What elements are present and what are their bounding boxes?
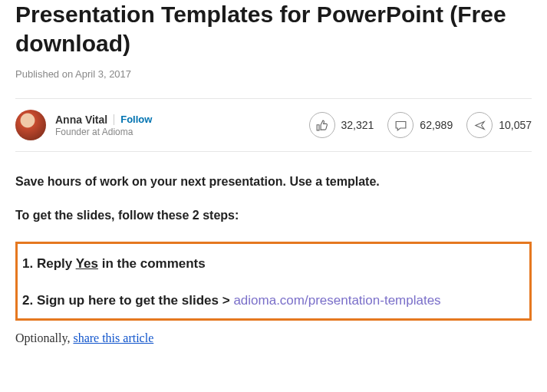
shares-stat: 10,057: [466, 112, 532, 138]
publish-date: Published on April 3, 2017: [15, 68, 532, 80]
step-1-yes: Yes: [76, 256, 98, 271]
author-info: Anna Vital Follow Founder at Adioma: [55, 114, 309, 137]
step-1-suffix: in the comments: [98, 256, 206, 271]
share-icon[interactable]: [466, 112, 493, 138]
step-1: 1. Reply Yes in the comments: [22, 255, 522, 273]
divider: [114, 114, 114, 125]
like-icon[interactable]: [309, 112, 335, 138]
intro-line-2: To get the slides, follow these 2 steps:: [15, 207, 532, 224]
comments-stat: 62,989: [387, 112, 453, 138]
comments-count: 62,989: [420, 119, 453, 131]
optional-line: Optionally, share this article: [15, 331, 532, 345]
author-subtitle: Founder at Adioma: [55, 127, 309, 137]
author-row: Anna Vital Follow Founder at Adioma 32,3…: [15, 98, 532, 152]
likes-stat: 32,321: [309, 112, 374, 138]
share-article-link[interactable]: share this article: [73, 331, 153, 344]
stats: 32,321 62,989 10,057: [309, 112, 532, 138]
avatar[interactable]: [15, 110, 46, 140]
shares-count: 10,057: [499, 119, 532, 131]
optional-prefix: Optionally,: [15, 331, 73, 344]
author-name[interactable]: Anna Vital: [55, 114, 107, 126]
follow-button[interactable]: Follow: [120, 114, 152, 125]
intro-line-1: Save hours of work on your next presenta…: [15, 173, 532, 190]
step-2: 2. Sign up here to get the slides > adio…: [22, 292, 522, 310]
likes-count: 32,321: [341, 119, 374, 131]
highlight-box: 1. Reply Yes in the comments 2. Sign up …: [15, 242, 532, 321]
comment-icon[interactable]: [387, 112, 414, 138]
page-title: Presentation Templates for PowerPoint (F…: [15, 0, 532, 58]
step-1-prefix: 1. Reply: [22, 256, 76, 271]
step-2-link[interactable]: adioma.com/presentation-templates: [233, 293, 440, 308]
step-2-prefix: 2. Sign up here to get the slides >: [22, 293, 233, 308]
